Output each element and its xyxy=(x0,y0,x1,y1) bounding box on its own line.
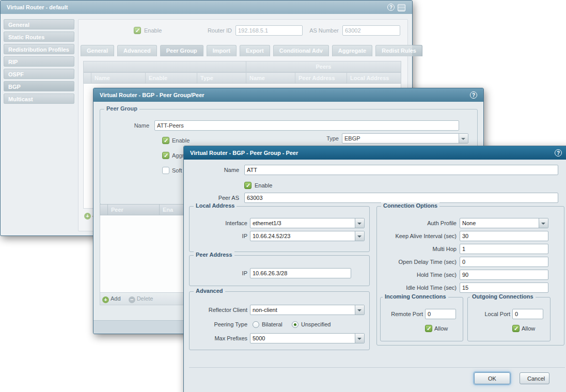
sidebar-item-general[interactable]: General xyxy=(4,19,74,29)
peer-group-legend: Peer Group xyxy=(104,105,139,112)
pg-aggregated-checkbox[interactable] xyxy=(162,152,169,159)
sidebar-item-ospf[interactable]: OSPF xyxy=(4,69,74,79)
tab-import[interactable]: Import xyxy=(207,45,237,56)
auth-profile-dropdown[interactable] xyxy=(460,218,548,228)
peer-group-titlebar: Virtual Router - BGP - Peer Group/Peer xyxy=(93,88,483,102)
peer-dialog: Virtual Router - BGP - Peer Group - Peer… xyxy=(183,146,566,392)
help-icon[interactable] xyxy=(470,91,477,99)
max-prefixes-value[interactable] xyxy=(250,333,365,343)
outgoing-allow-checkbox[interactable] xyxy=(512,325,520,332)
chevron-down-icon[interactable] xyxy=(355,218,364,228)
incoming-connections-fieldset: Incoming Connections Remote Port Allow xyxy=(380,297,463,341)
table-header-peer: Peer xyxy=(108,204,160,215)
peering-bilateral-radio[interactable] xyxy=(253,321,259,328)
interface-label: Interface xyxy=(192,218,247,228)
table-header-blank xyxy=(83,61,246,72)
auth-profile-value[interactable] xyxy=(460,218,548,228)
remote-port-field[interactable] xyxy=(425,309,456,319)
plus-icon xyxy=(102,296,109,303)
help-icon[interactable] xyxy=(387,4,395,11)
peer-as-field[interactable] xyxy=(244,193,558,203)
chevron-down-icon[interactable] xyxy=(459,134,468,143)
sidebar-item-label: OSPF xyxy=(8,71,24,77)
tab-aggregate[interactable]: Aggregate xyxy=(332,45,372,56)
tab-redist-rules[interactable]: Redist Rules xyxy=(375,45,422,56)
pg-type-value[interactable] xyxy=(342,133,468,144)
tab-label: Redist Rules xyxy=(382,48,416,54)
virtual-router-title: Virtual Router - default xyxy=(7,4,68,10)
router-id-label: Router ID xyxy=(176,25,232,36)
tab-advanced[interactable]: Advanced xyxy=(117,45,157,56)
table-header-peer-name: Name xyxy=(246,72,295,84)
reflector-client-dropdown[interactable] xyxy=(250,305,365,315)
panel-icon[interactable] xyxy=(398,4,405,11)
add-peer-button[interactable]: Add xyxy=(102,293,121,304)
bgp-enable-label: Enable xyxy=(144,25,162,36)
chevron-down-icon[interactable] xyxy=(355,334,364,343)
tab-peer-group[interactable]: Peer Group xyxy=(160,45,203,56)
open-delay-field[interactable] xyxy=(460,257,548,267)
max-prefixes-dropdown[interactable] xyxy=(250,333,365,343)
interface-dropdown[interactable] xyxy=(250,218,365,228)
peer-name-field[interactable] xyxy=(244,165,558,175)
advanced-fieldset: Advanced Reflector Client Peering Type B… xyxy=(189,291,370,350)
tab-general[interactable]: General xyxy=(81,45,114,56)
peer-group-table-header: Name Enable Type Name Peer Address Local… xyxy=(83,72,401,84)
idle-hold-time-field[interactable] xyxy=(460,283,548,293)
keep-alive-label: Keep Alive Interval (sec) xyxy=(379,231,457,241)
peering-unspecified-radio[interactable] xyxy=(292,321,298,328)
peer-enable-checkbox[interactable] xyxy=(244,182,251,189)
pg-enable-checkbox[interactable] xyxy=(162,137,169,144)
local-address-fieldset: Local Address Interface IP xyxy=(189,206,370,252)
sidebar-item-static-routes[interactable]: Static Routes xyxy=(4,32,74,42)
chevron-down-icon[interactable] xyxy=(355,231,364,241)
tab-export[interactable]: Export xyxy=(240,45,270,56)
peer-ip-field[interactable] xyxy=(250,268,351,278)
screen: Virtual Router - default General Static … xyxy=(0,0,566,392)
reflector-client-value[interactable] xyxy=(250,305,365,315)
help-icon[interactable] xyxy=(555,149,562,156)
open-delay-label: Open Delay Time (sec) xyxy=(379,257,457,267)
incoming-allow-checkbox[interactable] xyxy=(425,325,432,332)
as-number-field[interactable] xyxy=(342,25,400,36)
peer-group-table-groupheader: Peers xyxy=(83,61,401,72)
table-header-select xyxy=(100,204,108,215)
local-port-field[interactable] xyxy=(512,309,543,319)
hold-time-field[interactable] xyxy=(460,270,548,280)
as-number-label: AS Number xyxy=(285,25,339,36)
sidebar-item-label: General xyxy=(8,22,29,28)
sidebar-item-redistribution-profiles[interactable]: Redistribution Profiles xyxy=(4,44,74,54)
delete-peer-button[interactable]: Delete xyxy=(129,293,153,304)
sidebar-item-label: BGP xyxy=(8,84,21,90)
keep-alive-field[interactable] xyxy=(460,231,548,241)
sidebar-item-bgp[interactable]: BGP xyxy=(4,81,74,91)
chevron-down-icon[interactable] xyxy=(539,218,548,228)
ok-button[interactable]: OK xyxy=(474,372,510,384)
local-ip-value[interactable] xyxy=(250,231,365,241)
multi-hop-field[interactable] xyxy=(460,244,548,254)
tab-conditional-adv[interactable]: Conditional Adv xyxy=(273,45,329,56)
pg-type-dropdown[interactable] xyxy=(342,133,468,144)
hold-time-label: Hold Time (sec) xyxy=(379,270,457,280)
chevron-down-icon[interactable] xyxy=(355,305,364,315)
pg-name-label: Name xyxy=(124,120,149,131)
advanced-legend: Advanced xyxy=(194,288,225,294)
pg-soft-reset-checkbox[interactable] xyxy=(162,167,169,174)
local-ip-dropdown[interactable] xyxy=(250,231,365,241)
multi-hop-label: Multi Hop xyxy=(379,244,457,254)
bgp-enable-checkbox[interactable] xyxy=(134,27,141,34)
cancel-button[interactable]: Cancel xyxy=(520,372,549,384)
tab-label: Conditional Adv xyxy=(279,48,323,54)
pg-aggregated-label: Aggr xyxy=(172,150,184,161)
pg-name-field[interactable] xyxy=(154,120,459,131)
sidebar-item-label: RIP xyxy=(8,59,18,65)
reflector-client-label: Reflector Client xyxy=(192,305,247,315)
pg-enable-label: Enable xyxy=(172,135,190,146)
tab-label: Advanced xyxy=(123,48,151,54)
footer-separator xyxy=(189,367,565,368)
incoming-connections-legend: Incoming Connections xyxy=(383,293,448,300)
sidebar-item-rip[interactable]: RIP xyxy=(4,56,74,67)
interface-value[interactable] xyxy=(250,218,365,228)
remote-port-label: Remote Port xyxy=(382,309,423,319)
sidebar-item-multicast[interactable]: Multicast xyxy=(4,93,74,104)
